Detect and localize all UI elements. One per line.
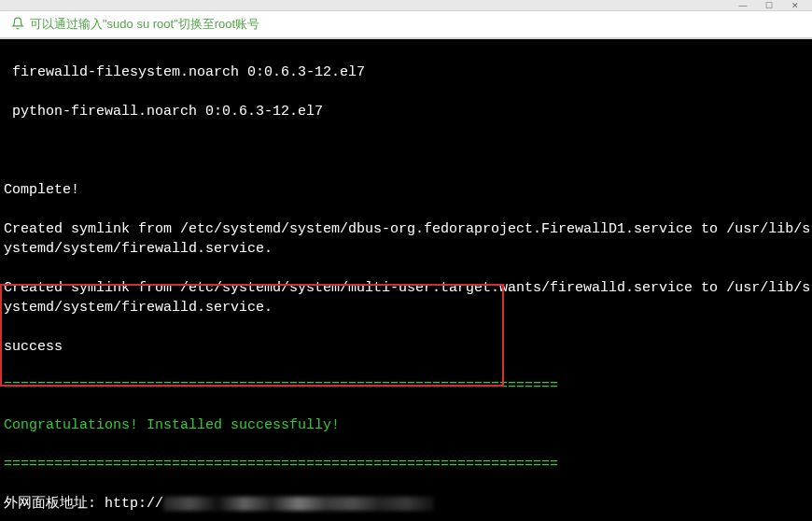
success-text: success [4, 337, 812, 357]
symlink-text: Created symlink from /etc/systemd/system… [4, 278, 812, 317]
package-line: python-firewall.noarch 0:0.6.3-12.el7 [4, 102, 812, 121]
separator-line: ========================================… [4, 455, 812, 474]
notice-text: 可以通过输入"sudo su root"切换至root账号 [30, 16, 259, 33]
maximize-button[interactable]: ☐ [756, 0, 782, 11]
symlink-text: Created symlink from /etc/systemd/system… [4, 219, 812, 259]
minimize-button[interactable]: — [730, 0, 756, 11]
window-controls: — ☐ ✕ [730, 0, 808, 11]
notice-bar: 可以通过输入"sudo su root"切换至root账号 [0, 11, 812, 39]
redacted-url [163, 497, 434, 511]
external-address-line: 外网面板地址: http:// [4, 494, 812, 514]
close-button[interactable]: ✕ [782, 0, 808, 11]
complete-text: Complete! [4, 180, 812, 200]
terminal-output[interactable]: firewalld-filesystem.noarch 0:0.6.3-12.e… [0, 39, 812, 521]
separator-line: ========================================… [4, 376, 812, 396]
congrats-text: Congratulations! Installed successfully! [4, 415, 812, 435]
bell-icon [11, 17, 24, 33]
window-titlebar: — ☐ ✕ [0, 0, 812, 11]
package-line: firewalld-filesystem.noarch 0:0.6.3-12.e… [4, 63, 812, 82]
